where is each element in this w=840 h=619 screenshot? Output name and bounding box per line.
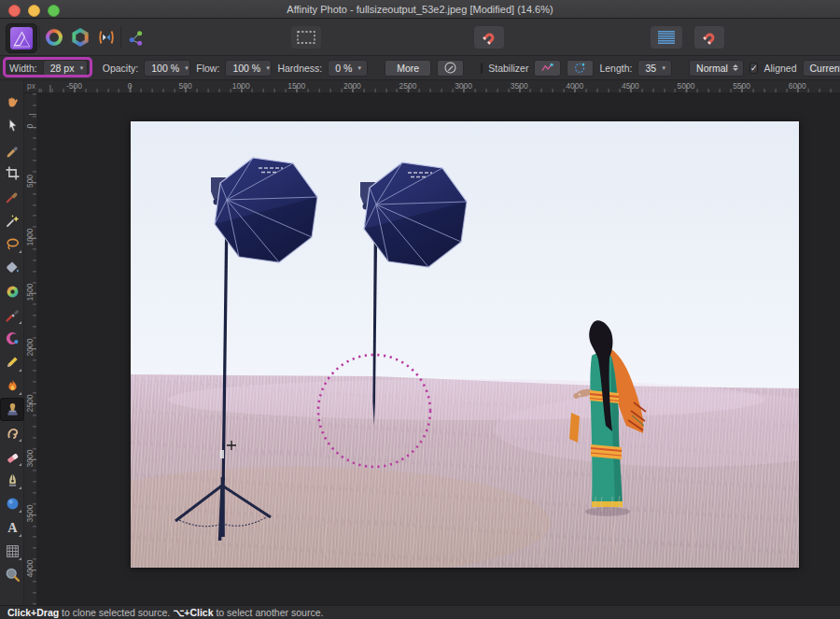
export-persona-icon <box>128 30 144 46</box>
flood-fill-tool[interactable] <box>0 256 24 279</box>
v-ruler-label: 1500 <box>25 274 35 311</box>
burn-tool[interactable] <box>0 374 24 398</box>
view-tool-icon <box>5 94 21 110</box>
h-ruler-label: 500 <box>179 81 192 91</box>
freehand-selection-tool[interactable] <box>0 232 24 256</box>
h-ruler-label: 4500 <box>622 81 639 91</box>
stabilizer-checkbox[interactable] <box>481 63 483 74</box>
liquify-persona-icon <box>46 29 63 46</box>
flyout-triangle-icon <box>19 250 21 253</box>
crop-tool[interactable] <box>0 162 24 185</box>
erase-tool[interactable] <box>0 444 24 468</box>
h-ruler-label: 5000 <box>678 81 695 91</box>
flood-select-tool[interactable] <box>0 208 24 232</box>
pixel-tool[interactable] <box>0 350 24 373</box>
snapping-button[interactable] <box>474 26 504 49</box>
flyout-triangle-icon <box>19 463 21 466</box>
window-stabilizer-toggle[interactable] <box>567 60 594 77</box>
blue-lines-icon <box>658 31 675 44</box>
smudge-tool[interactable] <box>0 421 24 444</box>
develop-persona-button[interactable] <box>69 28 91 47</box>
layer-target-dropdown[interactable]: Current Layer <box>803 60 840 77</box>
spinner-arrows-icon <box>733 64 738 71</box>
h-ruler-label: 3000 <box>455 81 472 91</box>
rope-stabilizer-toggle[interactable] <box>534 60 561 77</box>
ruler-unit-label: px <box>27 81 35 91</box>
v-ruler-label: 3000 <box>25 440 35 477</box>
view-tool[interactable] <box>0 91 24 114</box>
h-ruler-label: 4000 <box>566 81 583 91</box>
zoom-tool[interactable] <box>0 563 24 586</box>
length-dropdown[interactable]: 35 ▼ <box>637 60 672 77</box>
selection-brush-tool[interactable] <box>0 185 24 208</box>
v-ruler-label: 4000 <box>25 550 35 587</box>
tone-mapping-persona-button[interactable] <box>95 30 118 45</box>
h-ruler-label: -500 <box>66 81 82 91</box>
aligned-label: Aligned <box>763 63 796 74</box>
h-ruler-label: 2500 <box>399 81 417 91</box>
text-tool[interactable]: A <box>0 515 24 539</box>
flyout-triangle-icon <box>19 510 21 513</box>
brush-width-dropdown[interactable]: 28 px ▼ <box>43 60 88 77</box>
status-text: ⌥+Click <box>173 607 213 618</box>
export-persona-button[interactable] <box>124 29 147 46</box>
brush-editor-button[interactable] <box>437 60 464 77</box>
clone-stamp-tool-icon <box>5 401 21 417</box>
paint-brush-tool[interactable] <box>0 303 24 327</box>
mesh-warp-tool[interactable] <box>0 540 24 563</box>
minimize-window-button[interactable] <box>28 5 40 17</box>
status-bar: Click+Drag to clone selected source. ⌥+C… <box>0 605 840 619</box>
photo-document[interactable] <box>131 121 799 568</box>
chevron-down-icon: ▼ <box>184 65 189 71</box>
hardness-label: Hardness: <box>277 63 322 74</box>
chevron-down-icon: ▼ <box>78 65 84 71</box>
blend-mode-dropdown[interactable]: Normal <box>689 60 744 77</box>
flood-select-tool-icon <box>5 213 21 229</box>
move-tool[interactable] <box>0 114 24 137</box>
aligned-checkbox[interactable]: ✓ <box>749 63 759 74</box>
canvas-area[interactable] <box>37 93 840 605</box>
v-ruler-label: 2000 <box>25 329 35 366</box>
status-text: to clone selected source. <box>59 607 173 618</box>
gradient-tool[interactable] <box>0 279 24 302</box>
zoom-window-button[interactable] <box>48 5 60 17</box>
marquee-selection-button[interactable] <box>291 26 321 49</box>
more-button[interactable]: More <box>385 60 431 77</box>
v-ruler-label: 0 <box>25 107 35 145</box>
flyout-triangle-icon <box>19 534 21 537</box>
status-text: to select another source. <box>213 607 323 618</box>
photo-persona-button[interactable] <box>6 23 37 53</box>
horizontal-ruler: -500050010001500200025003000350040004500… <box>37 80 840 93</box>
chevron-down-icon: ▼ <box>661 65 666 71</box>
hardness-dropdown[interactable]: 0 % ▼ <box>328 60 368 77</box>
window-title: Affinity Photo - fullsizeoutput_53e2.jpe… <box>287 4 553 15</box>
window-stabilizer-icon <box>573 62 587 74</box>
list-button[interactable] <box>651 26 682 49</box>
pen-tool-icon <box>5 472 21 488</box>
close-window-button[interactable] <box>8 5 21 17</box>
mesh-warp-tool-icon <box>5 543 21 559</box>
pen-tool[interactable] <box>0 469 24 492</box>
flyout-triangle-icon <box>19 439 21 442</box>
tool-strip: A <box>0 80 24 605</box>
color-picker-tool[interactable] <box>0 138 24 162</box>
liquify-persona-button[interactable] <box>43 29 65 46</box>
flyout-triangle-icon <box>19 392 21 395</box>
selection-brush-tool-icon <box>5 189 21 204</box>
opacity-dropdown[interactable]: 100 % ▼ <box>144 60 190 77</box>
blur-tool[interactable] <box>0 492 24 515</box>
chevron-down-icon: ▼ <box>265 65 271 71</box>
burn-tool-icon <box>5 378 21 394</box>
vertical-ruler: 05001000150020002500300035004000 <box>24 93 37 605</box>
freehand-selection-tool-icon <box>5 236 21 252</box>
zoom-tool-icon <box>5 567 21 583</box>
blur-tool-icon <box>5 496 21 512</box>
color-replacement-brush-tool[interactable] <box>0 327 24 350</box>
snapping-button-right[interactable] <box>694 26 724 49</box>
clone-stamp-tool[interactable] <box>0 398 24 421</box>
flyout-triangle-icon <box>19 369 21 372</box>
brush-circle-icon <box>443 61 457 75</box>
flow-dropdown[interactable]: 100 % ▼ <box>225 60 272 77</box>
flyout-triangle-icon <box>19 557 21 560</box>
toolbar-separator <box>39 26 40 49</box>
